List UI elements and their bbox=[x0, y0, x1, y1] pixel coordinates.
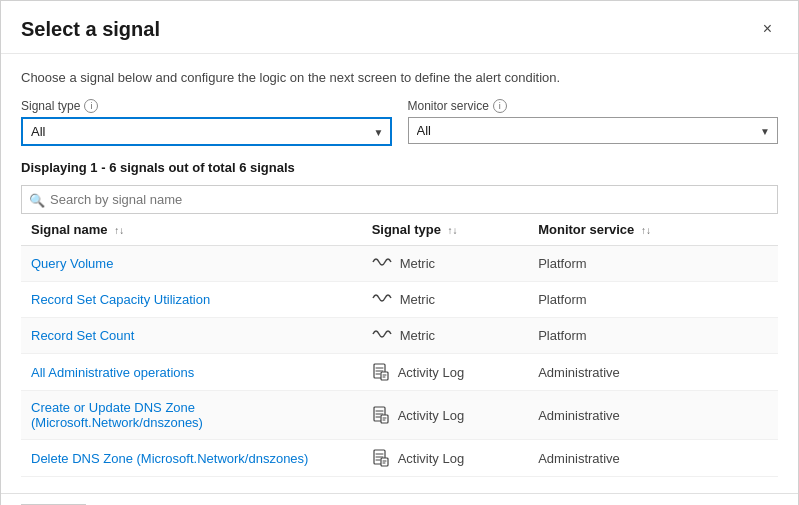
signal-type-text: Metric bbox=[400, 328, 435, 343]
monitor-service-cell: Platform bbox=[528, 318, 778, 354]
monitor-service-label: Monitor service i bbox=[408, 99, 779, 113]
metric-icon bbox=[372, 255, 392, 272]
signal-name-sort-icon: ↑↓ bbox=[114, 225, 124, 236]
signal-type-cell: Activity Log bbox=[372, 363, 519, 381]
signal-type-select-wrapper: All ▼ bbox=[21, 117, 392, 146]
dialog-body: Choose a signal below and configure the … bbox=[1, 54, 798, 493]
search-icon: 🔍 bbox=[29, 192, 45, 207]
signal-type-text: Metric bbox=[400, 256, 435, 271]
signal-name-link[interactable]: Query Volume bbox=[31, 256, 113, 271]
signal-type-text: Activity Log bbox=[398, 365, 464, 380]
filters-row: Signal type i All ▼ Monitor service i bbox=[21, 99, 778, 146]
signal-name-link[interactable]: Record Set Capacity Utilization bbox=[31, 292, 210, 307]
signal-type-column-header[interactable]: Signal type ↑↓ bbox=[362, 214, 529, 246]
table-row[interactable]: Query Volume MetricPlatform bbox=[21, 246, 778, 282]
signal-name-link[interactable]: Create or Update DNS Zone (Microsoft.Net… bbox=[31, 400, 203, 430]
signal-name-link[interactable]: Record Set Count bbox=[31, 328, 134, 343]
table-row[interactable]: Record Set Capacity Utilization MetricPl… bbox=[21, 282, 778, 318]
signal-type-cell: Activity Log bbox=[372, 449, 519, 467]
dialog-title: Select a signal bbox=[21, 18, 160, 41]
monitor-service-cell: Administrative bbox=[528, 354, 778, 391]
monitor-service-info-icon: i bbox=[493, 99, 507, 113]
svg-rect-3 bbox=[381, 415, 388, 423]
signal-type-sort-icon: ↑↓ bbox=[448, 225, 458, 236]
signal-name-link[interactable]: All Administrative operations bbox=[31, 365, 194, 380]
monitor-service-select-wrapper: All ▼ bbox=[408, 117, 779, 144]
table-row[interactable]: Delete DNS Zone (Microsoft.Network/dnszo… bbox=[21, 440, 778, 477]
signal-type-text: Activity Log bbox=[398, 408, 464, 423]
activity-log-icon bbox=[372, 363, 390, 381]
signal-type-cell: Activity Log bbox=[372, 406, 519, 424]
signal-type-select[interactable]: All bbox=[21, 117, 392, 146]
signal-type-info-icon: i bbox=[84, 99, 98, 113]
search-wrapper: 🔍 bbox=[21, 185, 778, 214]
metric-icon bbox=[372, 327, 392, 344]
monitor-service-filter-group: Monitor service i All ▼ bbox=[408, 99, 779, 146]
monitor-service-cell: Administrative bbox=[528, 440, 778, 477]
search-input[interactable] bbox=[21, 185, 778, 214]
signal-type-text: Metric bbox=[400, 292, 435, 307]
close-button[interactable]: × bbox=[757, 17, 778, 41]
activity-log-icon bbox=[372, 449, 390, 467]
table-row[interactable]: Create or Update DNS Zone (Microsoft.Net… bbox=[21, 391, 778, 440]
description-text: Choose a signal below and configure the … bbox=[21, 70, 778, 85]
monitor-service-cell: Platform bbox=[528, 246, 778, 282]
signal-type-label: Signal type i bbox=[21, 99, 392, 113]
signal-type-cell: Metric bbox=[372, 327, 519, 344]
signal-name-column-header[interactable]: Signal name ↑↓ bbox=[21, 214, 362, 246]
select-signal-dialog: Select a signal × Choose a signal below … bbox=[0, 0, 799, 505]
table-header-row: Signal name ↑↓ Signal type ↑↓ Monitor se… bbox=[21, 214, 778, 246]
metric-icon bbox=[372, 291, 392, 308]
monitor-service-column-header[interactable]: Monitor service ↑↓ bbox=[528, 214, 778, 246]
activity-log-icon bbox=[372, 406, 390, 424]
monitor-service-cell: Platform bbox=[528, 282, 778, 318]
signal-type-text: Activity Log bbox=[398, 451, 464, 466]
dialog-footer: Done bbox=[1, 493, 798, 505]
table-row[interactable]: All Administrative operations Activity L… bbox=[21, 354, 778, 391]
dialog-header: Select a signal × bbox=[1, 1, 798, 54]
signal-type-cell: Metric bbox=[372, 255, 519, 272]
signals-table-container: Signal name ↑↓ Signal type ↑↓ Monitor se… bbox=[21, 214, 778, 477]
monitor-service-cell: Administrative bbox=[528, 391, 778, 440]
signals-count: Displaying 1 - 6 signals out of total 6 … bbox=[21, 160, 778, 175]
signal-name-link[interactable]: Delete DNS Zone (Microsoft.Network/dnszo… bbox=[31, 451, 308, 466]
table-body: Query Volume MetricPlatformRecord Set Ca… bbox=[21, 246, 778, 477]
monitor-service-sort-icon: ↑↓ bbox=[641, 225, 651, 236]
svg-rect-1 bbox=[381, 372, 388, 380]
signal-type-filter-group: Signal type i All ▼ bbox=[21, 99, 392, 146]
svg-rect-5 bbox=[381, 458, 388, 466]
table-row[interactable]: Record Set Count MetricPlatform bbox=[21, 318, 778, 354]
signal-type-cell: Metric bbox=[372, 291, 519, 308]
signals-table: Signal name ↑↓ Signal type ↑↓ Monitor se… bbox=[21, 214, 778, 477]
monitor-service-select[interactable]: All bbox=[408, 117, 779, 144]
